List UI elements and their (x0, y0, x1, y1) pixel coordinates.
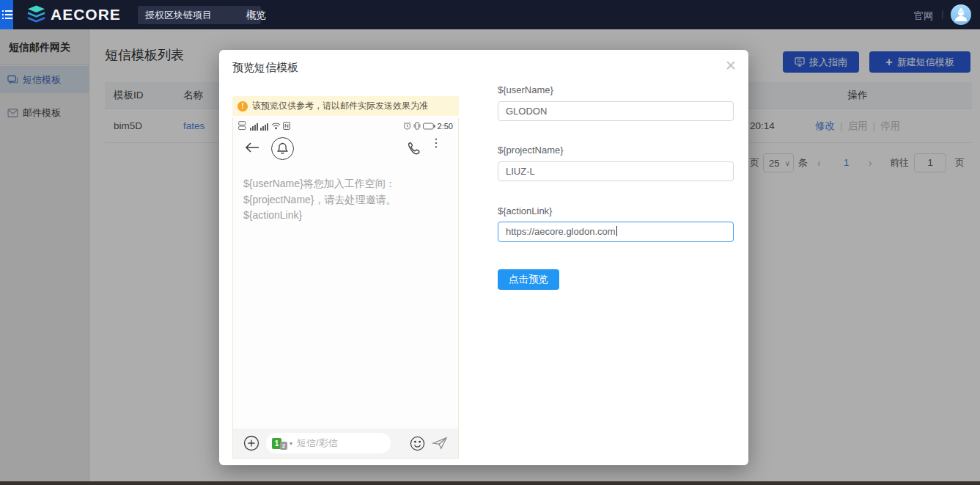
actionlink-field[interactable]: https://aecore.glodon.com (498, 222, 734, 242)
username-value: GLODON (506, 106, 547, 117)
phone-preview-mockup: 2:50 (232, 117, 459, 459)
signal-bars-icon (250, 122, 269, 131)
nav-overview[interactable]: 概览 (246, 9, 266, 22)
battery-icon (423, 123, 435, 130)
actionlink-value: https://aecore.glodon.com (506, 226, 616, 237)
phone-nav-bar: ⋮ (233, 134, 458, 166)
username-field[interactable]: GLODON (498, 101, 734, 121)
sms-input-placeholder: 短信/彩信 (297, 437, 338, 450)
bell-icon (271, 137, 294, 160)
plus-circle-icon (243, 435, 259, 451)
sms-input-pill: 1 2 ▾ 短信/彩信 (266, 433, 391, 453)
wifi-icon (271, 122, 281, 130)
nfc-icon (283, 122, 290, 130)
field-label-projectname: ${projectName} (498, 145, 564, 156)
worker-avatar-icon[interactable] (951, 4, 971, 25)
official-site-link[interactable]: 官网 (914, 10, 933, 23)
smiley-icon (410, 436, 425, 451)
sim-caret-icon: ▾ (290, 440, 292, 447)
text-caret (616, 226, 617, 236)
project-selector-dropdown[interactable]: 授权区块链项目 ⌄ (138, 6, 261, 24)
brand-name: AECORE (51, 6, 121, 23)
message-line: ${userName}将您加入工作空间： (243, 176, 449, 192)
taskbar-edge (0, 481, 980, 485)
field-label-username: ${userName} (498, 84, 553, 95)
sms-message-preview: ${userName}将您加入工作空间： ${projectName}，请去处理… (243, 176, 449, 224)
warning-text: 该预览仅供参考，请以邮件实际发送效果为准 (252, 100, 428, 112)
field-label-actionlink: ${actionLink} (498, 205, 552, 216)
preview-warning-banner: ! 该预览仅供参考，请以邮件实际发送效果为准 (232, 96, 459, 116)
left-menu-strip[interactable] (0, 0, 13, 29)
phone-handset-icon (407, 142, 420, 155)
preview-sms-modal: 预览短信模板 ✕ ! 该预览仅供参考，请以邮件实际发送效果为准 (219, 50, 748, 465)
status-time: 2:50 (438, 122, 453, 131)
message-line: ${actionLink} (243, 208, 449, 224)
phone-compose-bar: 1 2 ▾ 短信/彩信 (233, 429, 458, 458)
exclamation-circle-icon: ! (237, 101, 248, 112)
back-arrow-icon (245, 142, 259, 153)
topbar-separator: | (941, 8, 943, 19)
kebab-menu-icon: ⋮ (430, 139, 442, 146)
brand[interactable]: AECORE (26, 5, 121, 24)
app-root: AECORE 授权区块链项目 ⌄ 概览 官网 | 短信邮件网关 (0, 0, 980, 485)
phone-status-bar: 2:50 (233, 117, 458, 132)
sim-hd-badges-icon (238, 121, 248, 131)
projectname-field[interactable]: LIUZ-L (498, 161, 734, 181)
cube-logo-icon (26, 5, 46, 24)
project-selector-value: 授权区块链项目 (145, 10, 212, 21)
close-icon[interactable]: ✕ (725, 57, 737, 74)
send-arrow-icon (432, 437, 448, 450)
alarm-clock-icon (403, 122, 411, 130)
click-preview-button[interactable]: 点击预览 (498, 269, 559, 290)
message-line: ${projectName}，请去处理邀请。 (243, 192, 449, 208)
modal-title: 预览短信模板 (232, 61, 298, 75)
projectname-value: LIUZ-L (506, 166, 535, 177)
topbar: AECORE 授权区块链项目 ⌄ 概览 官网 | (0, 0, 980, 29)
sim2-badge: 2 (280, 442, 287, 450)
vibrate-icon (413, 122, 421, 130)
